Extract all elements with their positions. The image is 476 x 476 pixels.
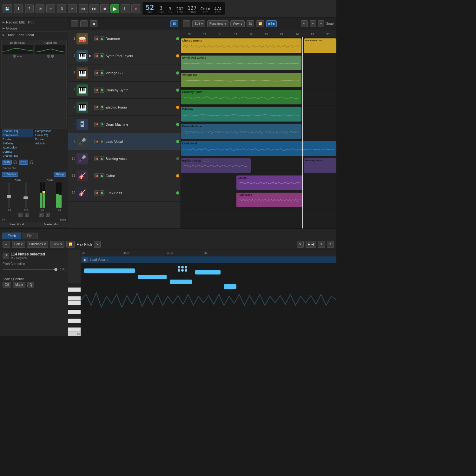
s-6[interactable]: S — [100, 88, 104, 93]
play-btn[interactable]: ▶ — [110, 4, 119, 13]
mixer-btn[interactable]: ⇅ — [57, 4, 66, 13]
region-synth-pad[interactable]: Synth Pad Layers — [181, 56, 301, 70]
s-12[interactable]: S — [100, 190, 104, 195]
s-btn-2[interactable]: S — [46, 213, 50, 217]
bottom-loop-btn[interactable]: 🔁 — [66, 241, 75, 248]
m-7[interactable]: M — [94, 105, 99, 110]
region-backing-vocal-2[interactable]: Backing Vocal — [304, 158, 336, 173]
fp-dot-3[interactable] — [185, 266, 187, 268]
track-arrow[interactable]: ▶ — [3, 33, 5, 36]
region-crunchy-synth[interactable]: Crunchy Synth — [181, 90, 301, 104]
s-9[interactable]: S — [100, 139, 104, 144]
m-9[interactable]: M — [94, 139, 99, 144]
track-row-5[interactable]: 5 🎹 M S Vintage B3 — [68, 64, 181, 82]
piano-key-white-2[interactable] — [68, 296, 81, 301]
stop-btn[interactable]: ■ — [100, 4, 109, 13]
s-7[interactable]: S — [100, 105, 104, 110]
fp-dot-1[interactable] — [178, 266, 180, 268]
plugin-deesser[interactable]: DeEsser — [2, 150, 33, 154]
fp-note-3[interactable] — [170, 280, 192, 284]
strip-knob-1[interactable] — [13, 55, 16, 58]
m-1[interactable]: M — [94, 36, 99, 41]
bottom-edit-btn[interactable]: Edit ∨ — [12, 241, 25, 248]
track-row-6[interactable]: 6 🎹 M S Crunchy Synth — [68, 82, 181, 99]
piano-key-white-1[interactable] — [68, 288, 81, 292]
pause-btn[interactable]: ⏸ — [121, 4, 130, 13]
help-btn[interactable]: ? — [25, 4, 34, 13]
m-6[interactable]: M — [94, 88, 99, 93]
fader-thumb-2[interactable] — [23, 196, 28, 199]
cut-btn[interactable]: ✂ — [68, 4, 77, 13]
groups-row[interactable]: ▶ Groups — [0, 25, 68, 32]
tab-file[interactable]: File — [22, 233, 38, 239]
scale-off-dropdown[interactable]: Off — [3, 282, 11, 288]
plugin-tapedelay[interactable]: Tape Delay — [2, 146, 33, 149]
plugin-stdelay[interactable]: St-Delay — [2, 142, 33, 145]
track-row-8[interactable]: 8 🎛 M S Drum Machine — [68, 116, 181, 133]
region-chorus-drums[interactable]: Chorus Drums — [181, 38, 301, 53]
piano-key-c3[interactable]: C3 — [68, 332, 81, 336]
strip-knob-2[interactable] — [47, 55, 50, 58]
region-backing-vocal-1[interactable]: Backing Vocal 🎧🎧 — [181, 158, 251, 173]
s-8[interactable]: S — [100, 122, 104, 127]
region-epiano[interactable]: E-Piano — [181, 107, 301, 122]
s-1[interactable]: S — [100, 36, 104, 41]
strip-knob-3[interactable] — [51, 55, 54, 58]
edit-btn[interactable]: Edit ∨ — [192, 20, 205, 27]
piano-key-black-4[interactable] — [68, 314, 81, 319]
rewind-btn[interactable]: ⏮ — [79, 4, 88, 13]
eq-curve-1[interactable] — [3, 45, 33, 54]
s-5[interactable]: S — [100, 70, 104, 76]
plugin-lineareq[interactable]: Linear EQ — [35, 133, 66, 137]
undo-btn[interactable]: ↩ — [46, 4, 55, 13]
region-drum-machine[interactable]: Drum Machine — [181, 124, 301, 139]
piano-key-white-6[interactable] — [68, 327, 81, 332]
bottom-cursor-btn[interactable]: ↖ — [297, 241, 304, 248]
bus-b15[interactable]: B 15 — [2, 160, 12, 165]
flex-btn[interactable]: ▶|◀ — [266, 20, 277, 27]
m-5[interactable]: M — [94, 70, 99, 76]
pitch-thumb[interactable] — [54, 268, 57, 271]
bottom-functions-btn[interactable]: Functions ∨ — [27, 241, 48, 248]
m-11[interactable]: M — [94, 173, 99, 178]
plugin-adlimit[interactable]: AdLimit — [35, 142, 66, 145]
plugin-channel-eq-2[interactable]: Channel EQ — [2, 154, 33, 158]
region-preverse-drums[interactable]: Pre-verse Dru... — [304, 38, 336, 53]
plugin-exciter-2[interactable]: Exciter — [35, 137, 66, 141]
plugin-exciter-1[interactable]: Exciter — [2, 137, 33, 141]
groups-arrow[interactable]: ▶ — [3, 27, 5, 30]
loop-btn[interactable]: 🔁 — [256, 20, 264, 27]
m-12[interactable]: M — [94, 190, 99, 195]
s-11[interactable]: S — [100, 173, 104, 178]
m-2[interactable]: M — [94, 53, 99, 58]
s-10[interactable]: S — [100, 156, 104, 161]
expand-btn[interactable]: ⊟ — [63, 254, 65, 258]
track-row-12[interactable]: 12 🎸 M S Funk Bass — [68, 184, 181, 202]
piano-key-black-3[interactable] — [68, 305, 81, 310]
track-row-7[interactable]: 7 🎹 M S Electric Piano — [68, 99, 181, 116]
vocals-btn[interactable]: 1: Vocals — [2, 172, 18, 177]
fader-track-1[interactable] — [8, 182, 10, 208]
m-8[interactable]: M — [94, 122, 99, 127]
fp-note-2[interactable] — [138, 275, 167, 279]
eq-curve-2[interactable] — [35, 45, 65, 54]
forward-btn[interactable]: ⏭ — [89, 4, 99, 13]
fader-track-2[interactable] — [25, 182, 27, 208]
s-2[interactable]: S — [100, 53, 104, 58]
m-btn-main[interactable]: M — [18, 213, 23, 217]
region-guitar[interactable]: Guitar ○ — [236, 175, 303, 190]
s-btn-main[interactable]: S — [25, 213, 29, 217]
back-btn[interactable]: ← — [71, 20, 78, 27]
back-arrow-btn[interactable]: ← — [183, 20, 190, 27]
track-row-10[interactable]: 10 🎤 M S Backing Vocal — [68, 150, 181, 167]
video-btn[interactable]: ⏹ — [90, 20, 97, 27]
plugin-compressor-1[interactable]: Compressor — [2, 133, 33, 137]
fp-note-4[interactable] — [195, 270, 221, 274]
piano-key-black-2[interactable] — [68, 292, 81, 296]
track-row-1[interactable]: 1 🥁 M S Drummer — [68, 30, 181, 47]
functions-btn[interactable]: Functions ∨ — [207, 20, 228, 27]
bottom-view-btn[interactable]: View ∨ — [50, 241, 64, 248]
fp-note-1[interactable] — [84, 268, 135, 273]
plugin-channel-eq-1[interactable]: Channel EQ — [2, 129, 33, 133]
scale-q-btn[interactable]: Q — [27, 282, 34, 288]
